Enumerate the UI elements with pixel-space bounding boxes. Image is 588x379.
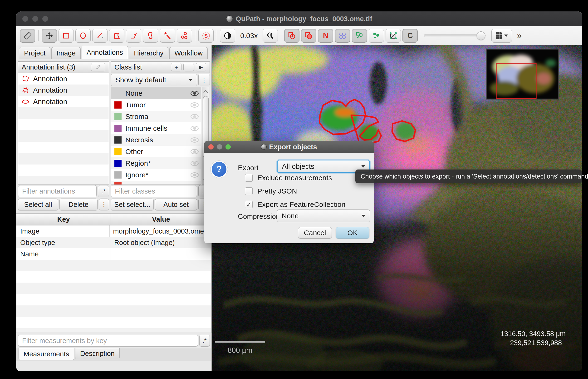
minimize-window-button[interactable] — [32, 16, 38, 22]
show-names-button[interactable]: N — [318, 29, 333, 43]
visibility-eye-icon[interactable] — [191, 149, 199, 154]
ellipse-tool-button[interactable] — [75, 29, 91, 43]
annotation-list[interactable]: Annotation Annotation Annotation — [18, 73, 109, 185]
filter-annotations-input[interactable]: Filter annotations — [18, 185, 97, 197]
table-row[interactable]: Name — [16, 248, 211, 260]
table-row[interactable]: Image morphology_focus_0003.ome.tif — [16, 225, 211, 237]
tab-hierarchy[interactable]: Hierarchy — [129, 47, 168, 59]
class-row-immune-cells[interactable]: Immune cells — [111, 122, 201, 134]
zoom-window-button[interactable] — [42, 16, 48, 22]
show-annotations-button[interactable] — [284, 29, 299, 43]
fill-annotations-button[interactable] — [301, 29, 316, 43]
close-window-button[interactable] — [22, 16, 28, 22]
show-classification-button[interactable]: C — [402, 29, 418, 43]
tab-workflow[interactable]: Workflow — [169, 47, 208, 59]
visibility-eye-icon[interactable] — [191, 172, 199, 178]
export-objects-dialog: Export objects ? Export All objects Excl… — [204, 141, 374, 243]
expand-classes-button[interactable]: ▶ — [196, 63, 206, 71]
scroll-up-icon[interactable] — [203, 90, 208, 95]
tab-annotations[interactable]: Annotations — [82, 46, 128, 59]
show-connections-button[interactable] — [386, 29, 401, 43]
magnifier-icon — [266, 32, 275, 40]
auto-set-button[interactable]: Auto set — [155, 199, 197, 210]
visibility-eye-icon[interactable] — [191, 137, 199, 142]
toolbar-overflow-button[interactable]: » — [517, 31, 522, 41]
polygon-tool-button[interactable] — [109, 29, 124, 43]
visibility-eye-icon[interactable] — [191, 91, 199, 96]
show-detections-button[interactable] — [352, 29, 367, 43]
move-tool-button[interactable] — [42, 29, 57, 43]
show-annotations-icon — [287, 31, 296, 40]
feature-collection-checkbox[interactable] — [245, 201, 253, 208]
brightness-contrast-button[interactable] — [220, 29, 235, 43]
polyline-tool-button[interactable] — [126, 29, 141, 43]
class-row-partial[interactable] — [111, 181, 201, 185]
remove-class-button[interactable]: − — [183, 63, 194, 71]
class-more-button[interactable]: ⋮ — [198, 74, 210, 86]
visibility-eye-icon[interactable] — [191, 126, 199, 131]
annotation-polygon-icon — [21, 87, 30, 94]
class-list[interactable]: None Tumor Stroma Im — [111, 87, 201, 185]
select-all-button[interactable]: Select all — [18, 199, 58, 210]
line-tool-button[interactable] — [92, 29, 107, 43]
class-row-none[interactable]: None — [111, 87, 201, 99]
class-display-dropdown[interactable]: Show by default — [111, 74, 197, 86]
tab-measurements[interactable]: Measurements — [18, 348, 74, 360]
tab-image[interactable]: Image — [51, 47, 81, 59]
class-color-swatch — [114, 148, 121, 155]
class-row-stroma[interactable]: Stroma — [111, 111, 201, 122]
ok-button[interactable]: OK — [336, 227, 369, 238]
rectangle-tool-button[interactable] — [59, 29, 74, 43]
class-row-tumor[interactable]: Tumor — [111, 99, 201, 111]
show-tma-grid-button[interactable] — [335, 29, 350, 43]
magnification-value[interactable]: 0.03x — [240, 32, 258, 40]
tab-project[interactable]: Project — [19, 47, 50, 59]
polygon-icon — [113, 32, 121, 40]
class-color-swatch — [114, 136, 121, 143]
dialog-close-button[interactable] — [208, 144, 214, 149]
filter-measurements-input[interactable]: Filter measurements by key — [18, 335, 198, 347]
measurements-regex-button[interactable]: .* — [199, 335, 210, 347]
measure-tool-button[interactable] — [20, 29, 35, 43]
opacity-slider[interactable] — [424, 34, 485, 37]
class-row-other[interactable]: Other — [111, 146, 201, 157]
filter-classes-input[interactable]: Filter classes — [111, 185, 197, 197]
visibility-eye-icon[interactable] — [191, 161, 199, 166]
annotation-list-item[interactable]: Annotation — [18, 84, 109, 96]
class-row-region[interactable]: Region* — [111, 157, 201, 169]
edit-annotation-button[interactable] — [91, 63, 105, 71]
measurement-tables-button[interactable] — [491, 29, 512, 43]
help-icon[interactable]: ? — [212, 162, 226, 177]
annotation-list-item[interactable]: Annotation — [18, 73, 109, 84]
annotations-regex-button[interactable]: .* — [98, 185, 109, 197]
visibility-eye-icon[interactable] — [191, 114, 199, 119]
tab-description[interactable]: Description — [75, 348, 120, 359]
selection-mode-button[interactable]: S — [198, 29, 214, 43]
annotation-more-button[interactable]: ⋮ — [99, 199, 109, 210]
table-row[interactable]: Object type Root object (Image) — [16, 237, 211, 248]
column-header-value[interactable]: Value — [111, 214, 211, 225]
cancel-button[interactable]: Cancel — [298, 227, 332, 238]
points-tool-button[interactable] — [177, 29, 192, 43]
pretty-json-checkbox[interactable] — [245, 187, 253, 195]
class-color-swatch — [114, 113, 121, 120]
annotation-list-item[interactable]: Annotation — [18, 96, 109, 107]
visibility-eye-icon[interactable] — [191, 102, 199, 108]
class-row-ignore[interactable]: Ignore* — [111, 169, 201, 181]
brush-tool-button[interactable] — [143, 29, 158, 43]
add-class-button[interactable]: + — [171, 63, 181, 71]
fill-annotations-icon — [304, 31, 313, 40]
exclude-measurements-checkbox[interactable] — [245, 174, 253, 182]
class-row-necrosis[interactable]: Necrosis — [111, 134, 201, 146]
wand-tool-button[interactable] — [160, 29, 175, 43]
set-selected-button[interactable]: Set select... — [111, 199, 154, 210]
fill-detections-button[interactable] — [369, 29, 384, 43]
delete-button[interactable]: Delete — [59, 199, 98, 210]
dialog-zoom-button[interactable] — [225, 144, 231, 149]
column-header-key[interactable]: Key — [16, 214, 111, 225]
dialog-minimize-button[interactable] — [217, 144, 222, 149]
zoom-to-fit-button[interactable] — [263, 29, 278, 43]
opacity-slider-thumb[interactable] — [477, 32, 485, 40]
compression-dropdown[interactable]: None — [277, 209, 370, 222]
window-controls — [22, 11, 48, 26]
